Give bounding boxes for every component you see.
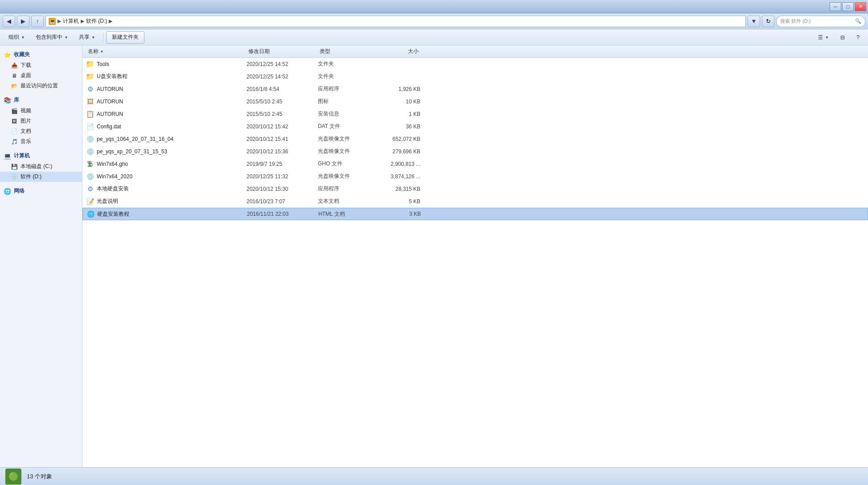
- file-name-cell: ⚙ AUTORUN: [86, 85, 247, 93]
- up-button[interactable]: ↑: [31, 16, 44, 27]
- file-date: 2020/12/25 14:52: [247, 74, 318, 80]
- file-type-icon: 💿: [86, 173, 94, 181]
- picture-label: 图片: [21, 117, 31, 125]
- toolbar-divider: [103, 33, 103, 42]
- file-type-icon: 📁: [86, 73, 94, 81]
- file-date: 2020/10/12 15:42: [247, 123, 318, 130]
- search-icon: 🔍: [855, 18, 861, 24]
- forward-button[interactable]: ▶: [17, 16, 29, 27]
- address-path[interactable]: 💻 ▶ 计算机 ▶ 软件 (D:) ▶: [45, 16, 746, 27]
- document-label: 文档: [21, 127, 31, 135]
- sidebar-computer-header[interactable]: 💻 计算机: [0, 150, 82, 161]
- file-name-cell: 🗜 Win7x64.gho: [86, 160, 247, 168]
- file-name: Config.dat: [97, 123, 121, 130]
- view-dropdown-icon: ▼: [825, 35, 829, 40]
- file-type: 光盘映像文件: [318, 148, 371, 155]
- table-row[interactable]: 💿 pe_yqs_xp_20_07_31_15_53 2020/10/12 15…: [82, 145, 868, 158]
- search-box[interactable]: 搜索 软件 (D:) 🔍: [776, 16, 865, 27]
- file-type-icon: 🗜: [86, 160, 94, 168]
- col-name-label: 名称: [88, 48, 99, 55]
- view-icon: ☰: [818, 34, 823, 41]
- file-name: AUTORUN: [97, 86, 123, 92]
- file-name: 光盘说明: [97, 197, 118, 205]
- file-type: GHO 文件: [318, 160, 371, 168]
- downloads-label: 下载: [21, 62, 31, 69]
- computer-icon: 💻: [4, 152, 11, 160]
- table-row[interactable]: ⚙ 本地硬盘安装 2020/10/12 15:30 应用程序 28,315 KB: [82, 183, 868, 195]
- window-controls: ─ □ ✕: [830, 2, 866, 11]
- table-row[interactable]: 💿 pe_yqs_1064_20_07_31_16_04 2020/10/12 …: [82, 133, 868, 145]
- file-name: 硬盘安装教程: [97, 210, 129, 218]
- sidebar-item-desktop[interactable]: 🖥 桌面: [0, 70, 82, 81]
- sidebar-item-picture[interactable]: 🖼 图片: [0, 116, 82, 126]
- network-icon: 🌐: [4, 188, 11, 195]
- sidebar-favorites-header[interactable]: ⭐ 收藏夹: [0, 49, 82, 60]
- share-button[interactable]: 共享 ▼: [74, 31, 100, 44]
- table-row[interactable]: 💿 Win7x64_2020 2020/12/25 11:32 光盘映像文件 3…: [82, 170, 868, 183]
- desktop-icon: 🖥: [11, 72, 18, 79]
- view-button[interactable]: ☰ ▼: [813, 31, 834, 44]
- file-type: 文件夹: [318, 73, 371, 80]
- sidebar-section-library: 📚 库 🎬 视频 🖼 图片 📄 文档 🎵 音乐: [0, 95, 82, 147]
- sidebar-item-recent[interactable]: 📂 最近访问的位置: [0, 81, 82, 91]
- file-name-cell: 🖼 AUTORUN: [86, 98, 247, 106]
- help-button[interactable]: ?: [852, 31, 864, 44]
- table-row[interactable]: 📁 U盘安装教程 2020/12/25 14:52 文件夹: [82, 70, 868, 83]
- sidebar-item-downloads[interactable]: 📥 下载: [0, 60, 82, 70]
- minimize-button[interactable]: ─: [830, 2, 841, 11]
- col-header-size[interactable]: 大小: [371, 48, 420, 55]
- organize-button[interactable]: 组织 ▼: [4, 31, 30, 44]
- sidebar-item-video[interactable]: 🎬 视频: [0, 106, 82, 116]
- file-date: 2019/9/7 19:25: [247, 161, 318, 167]
- file-size: 2,900,813 ...: [371, 161, 420, 167]
- col-header-type[interactable]: 类型: [318, 48, 371, 55]
- file-type: 安装信息: [318, 110, 371, 118]
- status-count-text: 13 个对象: [27, 473, 52, 481]
- desktop-label: 桌面: [21, 72, 31, 79]
- preview-button[interactable]: ⊟: [835, 31, 850, 44]
- file-type: 应用程序: [318, 85, 371, 93]
- maximize-button[interactable]: □: [842, 2, 854, 11]
- col-header-name[interactable]: 名称 ▼: [86, 48, 247, 55]
- share-dropdown-icon: ▼: [91, 35, 95, 40]
- organize-dropdown-icon: ▼: [21, 35, 25, 40]
- file-size: 28,315 KB: [371, 186, 420, 192]
- table-row[interactable]: 📝 光盘说明 2016/10/23 7:07 文本文档 5 KB: [82, 195, 868, 208]
- sidebar-item-music[interactable]: 🎵 音乐: [0, 136, 82, 147]
- sidebar-item-soft-d[interactable]: 💿 软件 (D:): [0, 172, 82, 182]
- refresh-button[interactable]: ↻: [762, 16, 774, 27]
- network-label: 网络: [14, 187, 25, 195]
- sidebar-item-document[interactable]: 📄 文档: [0, 126, 82, 136]
- share-label: 共享: [79, 33, 90, 41]
- sidebar-item-local-c[interactable]: 💾 本地磁盘 (C:): [0, 161, 82, 172]
- sidebar-library-header[interactable]: 📚 库: [0, 95, 82, 106]
- table-row[interactable]: 📄 Config.dat 2020/10/12 15:42 DAT 文件 36 …: [82, 120, 868, 133]
- sidebar-network-header[interactable]: 🌐 网络: [0, 185, 82, 197]
- soft-d-label: 软件 (D:): [21, 173, 41, 181]
- file-type: DAT 文件: [318, 123, 371, 130]
- col-header-date[interactable]: 修改日期: [247, 48, 318, 55]
- new-folder-button[interactable]: 新建文件夹: [106, 31, 144, 44]
- file-name: Win7x64_2020: [97, 173, 132, 180]
- table-row[interactable]: 🌐 硬盘安装教程 2016/11/21 22:03 HTML 文档 3 KB: [82, 208, 868, 220]
- table-row[interactable]: 📋 AUTORUN 2015/5/10 2:45 安装信息 1 KB: [82, 108, 868, 120]
- path-computer-icon: 💻: [49, 18, 56, 25]
- file-type-icon: ⚙: [86, 185, 94, 193]
- close-button[interactable]: ✕: [855, 2, 866, 11]
- recent-icon: 📂: [11, 82, 18, 90]
- file-name-cell: 💿 pe_yqs_1064_20_07_31_16_04: [86, 135, 247, 143]
- file-size: 279,696 KB: [371, 148, 420, 155]
- file-name: pe_yqs_1064_20_07_31_16_04: [97, 136, 173, 142]
- file-type-icon: 💿: [86, 148, 94, 156]
- table-row[interactable]: 🖼 AUTORUN 2015/5/10 2:45 图标 10 KB: [82, 95, 868, 108]
- file-date: 2016/10/23 7:07: [247, 198, 318, 205]
- table-row[interactable]: 📁 Tools 2020/12/25 14:52 文件夹: [82, 58, 868, 70]
- file-type-icon: ⚙: [86, 85, 94, 93]
- search-placeholder-text: 搜索 软件 (D:): [780, 18, 810, 25]
- table-row[interactable]: ⚙ AUTORUN 2016/1/8 4:54 应用程序 1,926 KB: [82, 83, 868, 95]
- toolbar: 组织 ▼ 包含到库中 ▼ 共享 ▼ 新建文件夹 ☰ ▼ ⊟ ?: [0, 29, 868, 45]
- back-button[interactable]: ◀: [3, 16, 15, 27]
- include-button[interactable]: 包含到库中 ▼: [31, 31, 73, 44]
- dropdown-button[interactable]: ▼: [748, 16, 760, 27]
- table-row[interactable]: 🗜 Win7x64.gho 2019/9/7 19:25 GHO 文件 2,90…: [82, 158, 868, 170]
